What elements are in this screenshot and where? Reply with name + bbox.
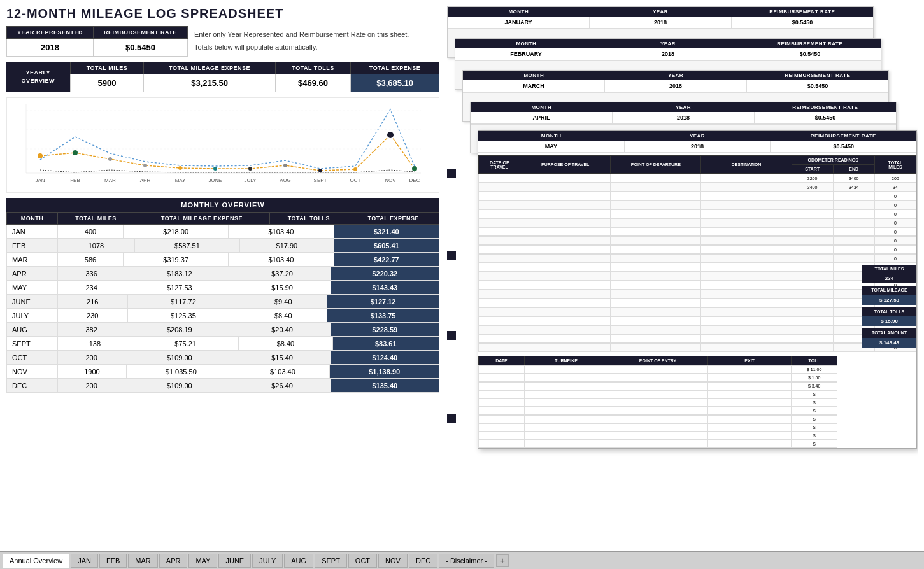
- tab-june[interactable]: JUNE: [218, 554, 251, 568]
- may-detail-row-cell[interactable]: [479, 201, 520, 209]
- may-detail-row-cell[interactable]: [701, 326, 792, 334]
- toll-row-cell[interactable]: $ 3.40: [792, 383, 837, 390]
- toll-row-cell[interactable]: [608, 416, 707, 423]
- toll-row-cell[interactable]: [608, 391, 707, 398]
- toll-row-cell[interactable]: [608, 440, 707, 448]
- may-detail-row-cell[interactable]: [520, 201, 611, 209]
- toll-row-cell[interactable]: [708, 432, 792, 440]
- tab-feb[interactable]: FEB: [99, 554, 127, 568]
- toll-row-cell[interactable]: [479, 424, 525, 432]
- toll-row-cell[interactable]: [479, 383, 525, 390]
- may-detail-row-cell[interactable]: [479, 272, 520, 281]
- may-detail-row-cell[interactable]: [611, 210, 701, 218]
- may-detail-row-cell[interactable]: [611, 174, 701, 183]
- toll-row-cell[interactable]: [708, 416, 792, 423]
- may-detail-row-cell[interactable]: [611, 201, 701, 209]
- toll-row-cell[interactable]: [479, 432, 525, 440]
- may-detail-row-cell[interactable]: [611, 263, 701, 272]
- toll-row-cell[interactable]: [608, 366, 707, 374]
- may-detail-row-cell[interactable]: [611, 308, 701, 316]
- toll-row-cell[interactable]: [479, 407, 525, 415]
- toll-row-cell[interactable]: $: [792, 424, 837, 432]
- toll-row-cell[interactable]: [525, 391, 608, 398]
- may-detail-row-cell[interactable]: [520, 228, 611, 236]
- may-detail-row-cell[interactable]: [611, 219, 701, 227]
- may-detail-row-cell[interactable]: 3400: [833, 174, 874, 183]
- toll-row-cell[interactable]: [608, 424, 707, 432]
- toll-row-cell[interactable]: [525, 407, 608, 415]
- tab-sept[interactable]: SEPT: [315, 554, 347, 568]
- may-detail-row-cell[interactable]: [611, 317, 701, 325]
- may-detail-row-cell[interactable]: [479, 281, 520, 290]
- may-detail-row-cell[interactable]: [701, 335, 792, 343]
- tab-annual-overview[interactable]: Annual Overview: [3, 554, 69, 568]
- may-detail-row-cell[interactable]: [520, 281, 611, 290]
- toll-row-cell[interactable]: [525, 374, 608, 382]
- tab-oct[interactable]: OCT: [348, 554, 377, 568]
- may-detail-row-cell[interactable]: 0: [874, 192, 916, 200]
- may-detail-row-cell[interactable]: [792, 299, 833, 307]
- may-detail-row-cell[interactable]: [701, 183, 792, 192]
- may-detail-row-cell[interactable]: [479, 255, 520, 263]
- may-detail-row-cell[interactable]: [792, 317, 833, 325]
- tab-add-button[interactable]: +: [496, 554, 509, 567]
- may-detail-row-cell[interactable]: [792, 255, 833, 263]
- toll-row-cell[interactable]: $: [792, 407, 837, 415]
- may-detail-row-cell[interactable]: [611, 335, 701, 343]
- may-detail-row-cell[interactable]: [701, 228, 792, 236]
- tab-apr[interactable]: APR: [159, 554, 188, 568]
- may-detail-row-cell[interactable]: [611, 255, 701, 263]
- may-detail-row-cell[interactable]: [701, 210, 792, 218]
- may-detail-row-cell[interactable]: [701, 192, 792, 200]
- may-detail-row-cell[interactable]: [520, 237, 611, 245]
- tab-jan[interactable]: JAN: [71, 554, 98, 568]
- may-detail-row-cell[interactable]: [479, 228, 520, 236]
- may-detail-row-cell[interactable]: [792, 237, 833, 245]
- toll-row-cell[interactable]: [525, 416, 608, 423]
- may-detail-row-cell[interactable]: [611, 228, 701, 236]
- may-detail-row-cell[interactable]: [792, 290, 833, 299]
- toll-row-cell[interactable]: [608, 374, 707, 382]
- toll-row-cell[interactable]: [708, 424, 792, 432]
- may-detail-row-cell[interactable]: [701, 317, 792, 325]
- may-detail-row-cell[interactable]: [792, 281, 833, 290]
- may-detail-row-cell[interactable]: [479, 174, 520, 183]
- toll-row-cell[interactable]: [708, 407, 792, 415]
- may-detail-row-cell[interactable]: 3400: [792, 183, 833, 192]
- toll-row-cell[interactable]: [525, 399, 608, 407]
- may-detail-row-cell[interactable]: [701, 174, 792, 183]
- toll-row-cell[interactable]: [708, 399, 792, 407]
- may-detail-row-cell[interactable]: [833, 228, 874, 236]
- toll-row-cell[interactable]: [479, 416, 525, 423]
- may-detail-row-cell[interactable]: 0: [874, 246, 916, 254]
- may-detail-row-cell[interactable]: [701, 344, 792, 352]
- toll-row-cell[interactable]: [525, 440, 608, 448]
- may-detail-row-cell[interactable]: [479, 335, 520, 343]
- toll-row-cell[interactable]: [479, 399, 525, 407]
- toll-row-cell[interactable]: [525, 432, 608, 440]
- may-detail-row-cell[interactable]: [833, 192, 874, 200]
- may-detail-row-cell[interactable]: [701, 255, 792, 263]
- may-detail-row-cell[interactable]: [792, 326, 833, 334]
- may-detail-row-cell[interactable]: [833, 246, 874, 254]
- may-detail-row-cell[interactable]: [520, 308, 611, 316]
- may-detail-row-cell[interactable]: [479, 263, 520, 272]
- may-detail-row-cell[interactable]: 0: [874, 219, 916, 227]
- may-detail-row-cell[interactable]: 200: [874, 174, 916, 183]
- may-detail-row-cell[interactable]: [792, 201, 833, 209]
- toll-row-cell[interactable]: [479, 374, 525, 382]
- may-detail-row-cell[interactable]: [792, 192, 833, 200]
- may-detail-row-cell[interactable]: [520, 263, 611, 272]
- may-detail-row-cell[interactable]: [479, 344, 520, 352]
- may-detail-row-cell[interactable]: [520, 290, 611, 299]
- may-detail-row-cell[interactable]: 3200: [792, 174, 833, 183]
- may-detail-row-cell[interactable]: [520, 344, 611, 352]
- may-detail-row-cell[interactable]: [520, 174, 611, 183]
- may-detail-row-cell[interactable]: [792, 246, 833, 254]
- may-detail-row-cell[interactable]: [792, 228, 833, 236]
- toll-row-cell[interactable]: $: [792, 391, 837, 398]
- may-detail-row-cell[interactable]: [611, 299, 701, 307]
- may-detail-row-cell[interactable]: [611, 290, 701, 299]
- toll-row-cell[interactable]: [608, 383, 707, 390]
- toll-row-cell[interactable]: [525, 383, 608, 390]
